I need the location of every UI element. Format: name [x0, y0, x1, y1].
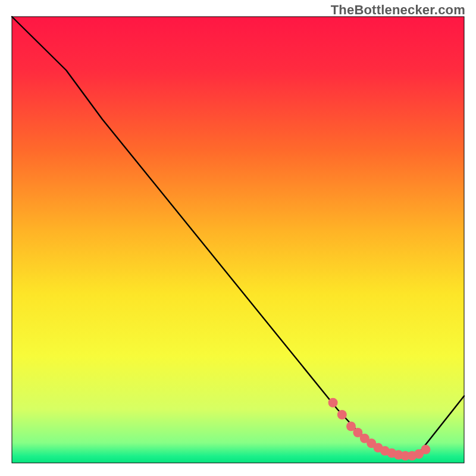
- marker-dot: [328, 398, 338, 408]
- chart-svg: [0, 0, 476, 476]
- bottleneck-gradient-chart: TheBottlenecker.com: [0, 0, 476, 476]
- gradient-background: [12, 17, 464, 463]
- watermark-label: TheBottlenecker.com: [331, 2, 465, 18]
- marker-dot: [421, 445, 430, 455]
- marker-dot: [337, 410, 347, 419]
